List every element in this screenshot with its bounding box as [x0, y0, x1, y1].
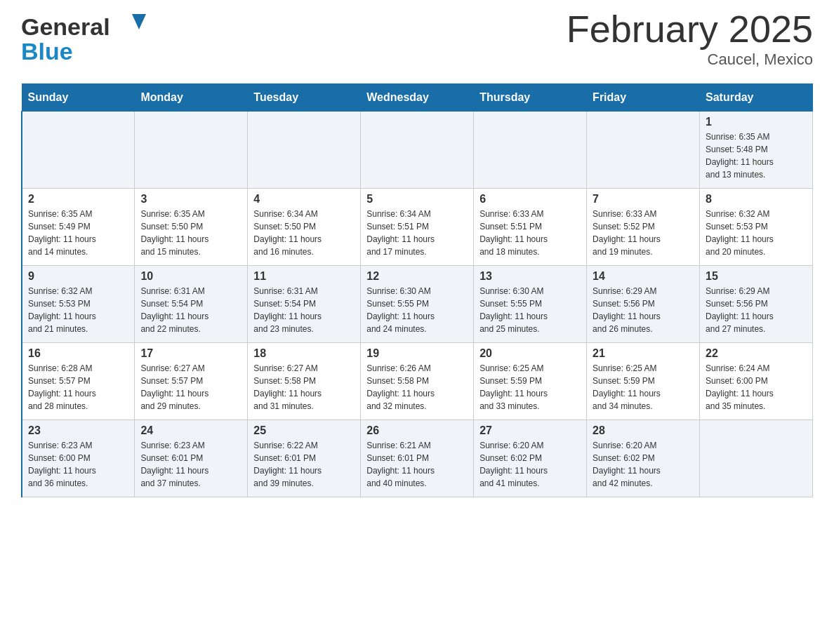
calendar-table: SundayMondayTuesdayWednesdayThursdayFrid…: [21, 83, 813, 497]
calendar-cell: 20Sunrise: 6:25 AM Sunset: 5:59 PM Dayli…: [474, 343, 587, 420]
calendar-cell: [248, 112, 361, 189]
calendar-cell: 11Sunrise: 6:31 AM Sunset: 5:54 PM Dayli…: [248, 266, 361, 343]
calendar-cell: 5Sunrise: 6:34 AM Sunset: 5:51 PM Daylig…: [361, 189, 474, 266]
calendar-cell: 17Sunrise: 6:27 AM Sunset: 5:57 PM Dayli…: [135, 343, 248, 420]
calendar-cell: 26Sunrise: 6:21 AM Sunset: 6:01 PM Dayli…: [361, 420, 474, 497]
calendar-cell: 10Sunrise: 6:31 AM Sunset: 5:54 PM Dayli…: [135, 266, 248, 343]
day-info: Sunrise: 6:27 AM Sunset: 5:58 PM Dayligh…: [253, 362, 355, 412]
day-number: 12: [366, 270, 468, 283]
calendar-cell: 12Sunrise: 6:30 AM Sunset: 5:55 PM Dayli…: [361, 266, 474, 343]
calendar-cell: 22Sunrise: 6:24 AM Sunset: 6:00 PM Dayli…: [700, 343, 813, 420]
calendar-cell: [22, 112, 135, 189]
weekday-header-monday: Monday: [135, 84, 248, 112]
calendar-cell: 19Sunrise: 6:26 AM Sunset: 5:58 PM Dayli…: [361, 343, 474, 420]
calendar-cell: [587, 112, 700, 189]
weekday-header-friday: Friday: [587, 84, 700, 112]
day-info: Sunrise: 6:30 AM Sunset: 5:55 PM Dayligh…: [479, 285, 581, 335]
week-row-2: 2Sunrise: 6:35 AM Sunset: 5:49 PM Daylig…: [22, 189, 813, 266]
week-row-1: 1Sunrise: 6:35 AM Sunset: 5:48 PM Daylig…: [22, 112, 813, 189]
calendar-cell: 4Sunrise: 6:34 AM Sunset: 5:50 PM Daylig…: [248, 189, 361, 266]
calendar-cell: 23Sunrise: 6:23 AM Sunset: 6:00 PM Dayli…: [22, 420, 135, 497]
day-info: Sunrise: 6:22 AM Sunset: 6:01 PM Dayligh…: [253, 439, 355, 490]
calendar-cell: 15Sunrise: 6:29 AM Sunset: 5:56 PM Dayli…: [700, 266, 813, 343]
weekday-row: SundayMondayTuesdayWednesdayThursdayFrid…: [22, 84, 813, 112]
day-number: 28: [593, 424, 694, 437]
day-info: Sunrise: 6:31 AM Sunset: 5:54 PM Dayligh…: [253, 285, 355, 335]
svg-text:General: General: [21, 13, 110, 40]
svg-marker-1: [132, 14, 146, 29]
day-number: 16: [28, 347, 128, 360]
day-info: Sunrise: 6:33 AM Sunset: 5:52 PM Dayligh…: [593, 208, 694, 258]
day-number: 7: [593, 193, 694, 206]
calendar-cell: 18Sunrise: 6:27 AM Sunset: 5:58 PM Dayli…: [248, 343, 361, 420]
day-info: Sunrise: 6:35 AM Sunset: 5:48 PM Dayligh…: [706, 130, 807, 181]
day-number: 11: [253, 270, 355, 283]
day-number: 15: [706, 270, 807, 283]
calendar-cell: 25Sunrise: 6:22 AM Sunset: 6:01 PM Dayli…: [248, 420, 361, 497]
calendar-cell: 21Sunrise: 6:25 AM Sunset: 5:59 PM Dayli…: [587, 343, 700, 420]
calendar-cell: [135, 112, 248, 189]
day-number: 22: [706, 347, 807, 360]
day-info: Sunrise: 6:20 AM Sunset: 6:02 PM Dayligh…: [479, 439, 581, 490]
day-number: 2: [28, 193, 128, 206]
logo-svg: General Blue: [21, 7, 151, 67]
week-row-5: 23Sunrise: 6:23 AM Sunset: 6:00 PM Dayli…: [22, 420, 813, 497]
day-number: 3: [140, 193, 241, 206]
calendar-cell: 27Sunrise: 6:20 AM Sunset: 6:02 PM Dayli…: [474, 420, 587, 497]
month-title: February 2025: [567, 7, 813, 51]
day-number: 14: [593, 270, 694, 283]
calendar-cell: 13Sunrise: 6:30 AM Sunset: 5:55 PM Dayli…: [474, 266, 587, 343]
day-info: Sunrise: 6:27 AM Sunset: 5:57 PM Dayligh…: [140, 362, 241, 412]
day-number: 13: [479, 270, 581, 283]
day-info: Sunrise: 6:33 AM Sunset: 5:51 PM Dayligh…: [479, 208, 581, 258]
location: Caucel, Mexico: [567, 51, 813, 69]
svg-text:Blue: Blue: [21, 38, 73, 65]
day-number: 17: [140, 347, 241, 360]
day-number: 5: [366, 193, 468, 206]
day-info: Sunrise: 6:34 AM Sunset: 5:51 PM Dayligh…: [366, 208, 468, 258]
day-number: 18: [253, 347, 355, 360]
week-row-3: 9Sunrise: 6:32 AM Sunset: 5:53 PM Daylig…: [22, 266, 813, 343]
day-info: Sunrise: 6:34 AM Sunset: 5:50 PM Dayligh…: [253, 208, 355, 258]
day-info: Sunrise: 6:25 AM Sunset: 5:59 PM Dayligh…: [593, 362, 694, 412]
title-section: February 2025Caucel, Mexico: [567, 7, 813, 69]
day-info: Sunrise: 6:35 AM Sunset: 5:50 PM Dayligh…: [140, 208, 241, 258]
calendar-cell: 24Sunrise: 6:23 AM Sunset: 6:01 PM Dayli…: [135, 420, 248, 497]
day-info: Sunrise: 6:28 AM Sunset: 5:57 PM Dayligh…: [28, 362, 128, 412]
day-info: Sunrise: 6:29 AM Sunset: 5:56 PM Dayligh…: [706, 285, 807, 335]
weekday-header-thursday: Thursday: [474, 84, 587, 112]
day-info: Sunrise: 6:20 AM Sunset: 6:02 PM Dayligh…: [593, 439, 694, 490]
calendar-body: 1Sunrise: 6:35 AM Sunset: 5:48 PM Daylig…: [22, 112, 813, 497]
calendar-cell: [361, 112, 474, 189]
day-number: 9: [28, 270, 128, 283]
page-header: General Blue February 2025Caucel, Mexico: [21, 7, 813, 69]
calendar-cell: 14Sunrise: 6:29 AM Sunset: 5:56 PM Dayli…: [587, 266, 700, 343]
day-number: 21: [593, 347, 694, 360]
day-info: Sunrise: 6:26 AM Sunset: 5:58 PM Dayligh…: [366, 362, 468, 412]
day-info: Sunrise: 6:23 AM Sunset: 6:00 PM Dayligh…: [28, 439, 128, 490]
day-info: Sunrise: 6:25 AM Sunset: 5:59 PM Dayligh…: [479, 362, 581, 412]
calendar-cell: 1Sunrise: 6:35 AM Sunset: 5:48 PM Daylig…: [700, 112, 813, 189]
day-info: Sunrise: 6:21 AM Sunset: 6:01 PM Dayligh…: [366, 439, 468, 490]
weekday-header-wednesday: Wednesday: [361, 84, 474, 112]
day-number: 4: [253, 193, 355, 206]
logo: General Blue: [21, 7, 151, 69]
day-number: 6: [479, 193, 581, 206]
day-number: 20: [479, 347, 581, 360]
day-info: Sunrise: 6:32 AM Sunset: 5:53 PM Dayligh…: [28, 285, 128, 335]
calendar-cell: 3Sunrise: 6:35 AM Sunset: 5:50 PM Daylig…: [135, 189, 248, 266]
day-number: 25: [253, 424, 355, 437]
day-number: 23: [28, 424, 128, 437]
day-info: Sunrise: 6:29 AM Sunset: 5:56 PM Dayligh…: [593, 285, 694, 335]
calendar-cell: 28Sunrise: 6:20 AM Sunset: 6:02 PM Dayli…: [587, 420, 700, 497]
weekday-header-sunday: Sunday: [22, 84, 135, 112]
weekday-header-saturday: Saturday: [700, 84, 813, 112]
day-number: 26: [366, 424, 468, 437]
calendar-cell: 16Sunrise: 6:28 AM Sunset: 5:57 PM Dayli…: [22, 343, 135, 420]
calendar-container: SundayMondayTuesdayWednesdayThursdayFrid…: [21, 83, 813, 497]
calendar-cell: 2Sunrise: 6:35 AM Sunset: 5:49 PM Daylig…: [22, 189, 135, 266]
week-row-4: 16Sunrise: 6:28 AM Sunset: 5:57 PM Dayli…: [22, 343, 813, 420]
day-info: Sunrise: 6:24 AM Sunset: 6:00 PM Dayligh…: [706, 362, 807, 412]
day-info: Sunrise: 6:23 AM Sunset: 6:01 PM Dayligh…: [140, 439, 241, 490]
calendar-cell: [700, 420, 813, 497]
